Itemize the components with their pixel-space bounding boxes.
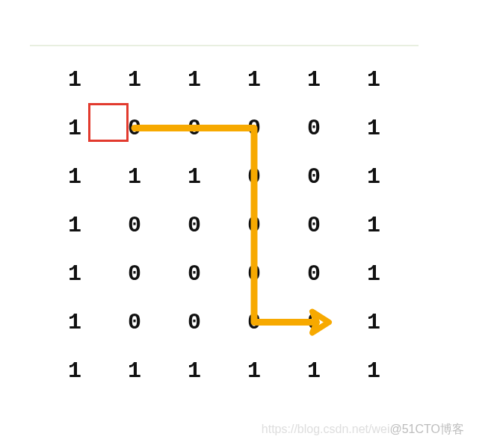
top-divider <box>30 45 419 46</box>
grid-cell: 1 <box>105 346 164 395</box>
grid-cell: 1 <box>45 55 105 104</box>
grid-cell: 1 <box>344 55 404 104</box>
grid-cell: 1 <box>105 55 164 104</box>
grid-cell: 0 <box>105 249 164 298</box>
grid-cell: 0 <box>284 298 344 346</box>
grid-cell: 1 <box>45 298 105 346</box>
grid-cell: 0 <box>284 201 344 249</box>
grid-cell: 0 <box>224 201 284 249</box>
grid-cell: 1 <box>45 346 105 395</box>
grid-cell: 0 <box>284 249 344 298</box>
diagram-canvas: 1111111000011110011000011000011000011111… <box>0 0 494 448</box>
grid-cell: 0 <box>164 298 224 346</box>
grid-cell: 1 <box>344 201 404 249</box>
grid-cell: 1 <box>45 249 105 298</box>
grid-cell: 1 <box>164 346 224 395</box>
watermark-faint: https://blog.csdn.net/wei <box>262 423 390 435</box>
start-marker <box>88 103 129 142</box>
grid-cell: 0 <box>105 298 164 346</box>
grid-cell: 0 <box>284 152 344 201</box>
grid-cell: 0 <box>224 152 284 201</box>
grid-cell: 1 <box>224 55 284 104</box>
grid-cell: 1 <box>344 249 404 298</box>
grid-cell: 0 <box>224 104 284 152</box>
grid-cell: 1 <box>344 298 404 346</box>
grid-cell: 1 <box>45 201 105 249</box>
grid-cell: 0 <box>105 201 164 249</box>
grid-cell: 1 <box>284 346 344 395</box>
watermark: https://blog.csdn.net/wei@51CTO博客 <box>262 422 464 438</box>
grid-cell: 1 <box>164 152 224 201</box>
grid-cell: 1 <box>284 55 344 104</box>
grid-cell: 0 <box>224 298 284 346</box>
grid-cell: 1 <box>164 55 224 104</box>
watermark-text: @51CTO博客 <box>389 423 464 435</box>
grid-cell: 1 <box>105 152 164 201</box>
grid-cell: 1 <box>344 152 404 201</box>
grid-cell: 0 <box>284 104 344 152</box>
grid-cell: 1 <box>45 152 105 201</box>
grid-cell: 1 <box>344 104 404 152</box>
grid-cell: 1 <box>224 346 284 395</box>
grid-cell: 0 <box>164 249 224 298</box>
grid-cell: 0 <box>164 201 224 249</box>
grid-cell: 0 <box>224 249 284 298</box>
grid-cell: 1 <box>344 346 404 395</box>
grid-cell: 0 <box>164 104 224 152</box>
